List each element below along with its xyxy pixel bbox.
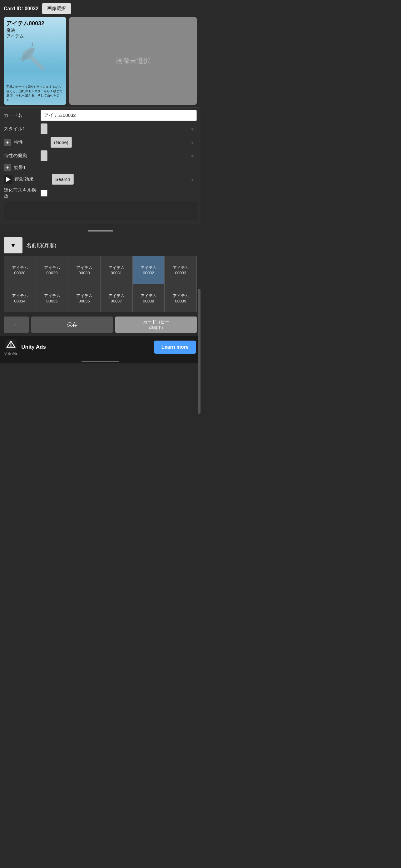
card-name-label: カード名	[4, 113, 38, 118]
bottom-buttons: ← 保存 カードコピー(準備中)	[0, 313, 201, 336]
list-item[interactable]: アイテム00037	[100, 284, 132, 312]
back-button[interactable]: ←	[4, 316, 29, 333]
list-item[interactable]: アイテム00031	[100, 256, 132, 284]
form-empty-space	[4, 202, 197, 220]
style1-row: スタイル1	[4, 123, 197, 134]
home-bar	[81, 361, 119, 362]
list-item[interactable]: アイテム00035	[36, 284, 68, 312]
effect1-add-button[interactable]: +	[4, 164, 11, 171]
style1-select-wrapper	[41, 123, 197, 134]
list-item[interactable]: アイテム00036	[68, 284, 100, 312]
effect1-label: 効果1	[14, 165, 48, 170]
divider-section	[0, 226, 201, 235]
list-item[interactable]: アイテム00034	[4, 284, 36, 312]
list-item[interactable]: アイテム00030	[68, 256, 100, 284]
card-title: アイテム00032	[6, 20, 64, 27]
evolve-skill-row: 進化前スキル解放	[4, 187, 197, 199]
sort-label: 名前順(昇順)	[26, 242, 56, 249]
trait-row: + 特性 (None)	[4, 137, 197, 148]
play-button[interactable]	[4, 175, 12, 184]
list-item[interactable]: アイテム00038	[132, 284, 165, 312]
no-image-text: 画像未選択	[116, 56, 150, 66]
unity-ads-icon	[5, 339, 16, 350]
unity-small-label: Unity Ads	[4, 352, 18, 355]
trait-add-button[interactable]: +	[4, 139, 11, 146]
style1-select[interactable]	[41, 123, 47, 134]
style1-label: スタイル1	[4, 126, 38, 132]
svg-marker-4	[28, 42, 36, 48]
card-name-input[interactable]	[41, 110, 197, 121]
save-button[interactable]: 保存	[31, 316, 113, 333]
active-effect-row: 能動効果 Search	[4, 174, 197, 185]
active-effect-select[interactable]: Search	[52, 174, 74, 185]
pickaxe-icon	[20, 42, 51, 80]
card-preview: アイテム00032 魔法 アイテム 手札のカードを2枚トラッシュするなら使える。…	[4, 17, 66, 105]
play-icon	[6, 177, 11, 182]
form-section: カード名 スタイル1 + 特性 (None) 特性の発動 + 効果	[0, 107, 201, 224]
trait-label: 特性	[14, 140, 48, 145]
card-id-label: Card ID: 00032	[4, 6, 38, 11]
trait-trigger-select[interactable]	[41, 150, 47, 161]
svg-marker-3	[20, 55, 22, 62]
active-effect-label: 能動効果	[15, 176, 49, 182]
top-bar: Card ID: 00032 画像選択	[0, 0, 201, 17]
list-item[interactable]: アイテム00032	[132, 256, 165, 284]
trait-trigger-label: 特性の発動	[4, 153, 38, 159]
learn-more-button[interactable]: Learn more	[154, 341, 196, 354]
ad-banner: Unity Ads Unity Ads Learn more	[0, 336, 201, 359]
no-image-area: 画像未選択	[69, 17, 197, 105]
card-grid: アイテム00028 アイテム00029 アイテム00030 アイテム00031 …	[0, 256, 201, 312]
trait-select[interactable]: (None)	[51, 137, 72, 148]
sort-dropdown-button[interactable]: ▼	[4, 237, 23, 253]
list-item[interactable]: アイテム00029	[36, 256, 68, 284]
trait-trigger-select-wrapper	[41, 150, 197, 161]
unity-logo-area: Unity Ads	[4, 339, 18, 355]
card-type2: アイテム	[6, 33, 64, 39]
image-select-button[interactable]: 画像選択	[42, 3, 71, 14]
drag-handle[interactable]	[88, 230, 113, 231]
list-item[interactable]: アイテム00028	[4, 256, 36, 284]
card-name-row: カード名	[4, 110, 197, 121]
evolve-checkbox[interactable]	[41, 190, 47, 196]
sort-bar: ▼ 名前順(昇順)	[0, 235, 201, 256]
active-effect-select-wrapper: Search	[52, 174, 197, 185]
card-image-area	[6, 39, 64, 84]
unity-ads-text: Unity Ads	[21, 344, 150, 350]
card-description: 手札のカードを2枚トラッシュするなら使える。山札のモンスターから１枚まで選び、手…	[6, 85, 64, 102]
card-preview-area: アイテム00032 魔法 アイテム 手札のカードを2枚トラッシュするなら使える。…	[0, 17, 201, 107]
evolve-label: 進化前スキル解放	[4, 187, 38, 199]
home-indicator	[0, 359, 201, 363]
trait-trigger-row: 特性の発動	[4, 150, 197, 161]
effect1-row: + 効果1	[4, 164, 197, 171]
trait-select-wrapper: (None)	[51, 137, 197, 148]
list-item[interactable]: アイテム00033	[165, 256, 197, 284]
card-type1: 魔法	[6, 28, 64, 33]
list-item[interactable]: アイテム00039	[165, 284, 197, 312]
scrollbar[interactable]	[198, 289, 201, 414]
copy-button[interactable]: カードコピー(準備中)	[115, 316, 197, 333]
